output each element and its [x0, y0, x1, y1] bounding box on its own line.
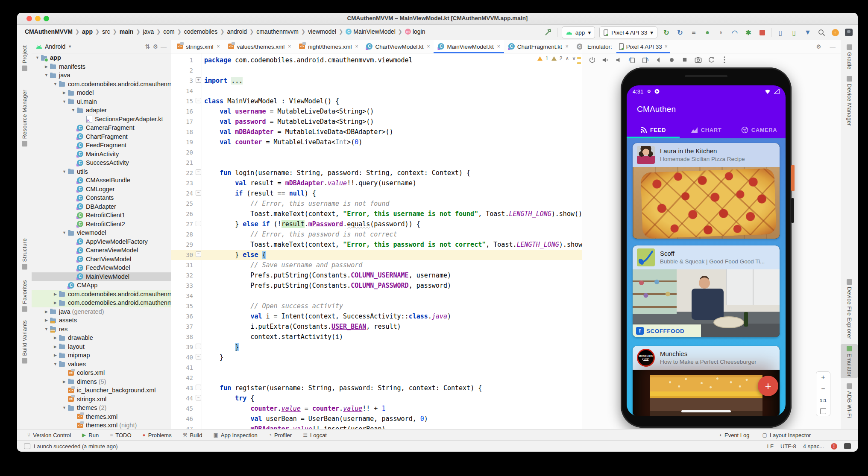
sidebar-item-device-manager[interactable]: Device Manager — [841, 74, 858, 128]
sidebar-item-emulator[interactable]: Emulator — [841, 344, 858, 378]
sidebar-item-adb-wifi[interactable]: ADB Wi-Fi — [841, 382, 858, 420]
close-icon[interactable]: × — [566, 44, 569, 50]
toolwindow-button-profiler[interactable]: ◔Profiler — [269, 432, 292, 438]
code-line-19[interactable]: 19 val counter = MutableLiveData<Int>(0) — [171, 137, 582, 147]
breadcrumb-item-src[interactable]: src — [102, 28, 110, 35]
code-line-39[interactable]: 39− } — [171, 342, 582, 352]
tree-row-cmlogger[interactable]: CCMLogger — [32, 185, 171, 194]
power-button[interactable] — [791, 165, 795, 191]
project-view-selector[interactable]: Android — [45, 43, 65, 50]
code-line-45[interactable]: 45 counter.value = counter.value!! + 1 — [171, 403, 582, 414]
tree-chevron-icon[interactable]: ▼ — [70, 108, 76, 112]
code-line-37[interactable]: 37 i.putExtra(Constants.USER_BEAN, resul… — [171, 321, 582, 332]
status-message[interactable]: Launch succeeded (a minute ago) — [34, 443, 118, 450]
tree-row-com-codemobiles-android-cmauthenmv[interactable]: ▶com.codemobiles.android.cmauthenmv — [32, 290, 171, 299]
zoom-in-button[interactable]: + — [821, 374, 825, 381]
close-icon[interactable]: × — [665, 44, 668, 50]
tree-row-java[interactable]: ▶java (generated) — [32, 307, 171, 316]
fold-marker-icon[interactable]: − — [196, 221, 201, 226]
tree-chevron-icon[interactable]: ▶ — [52, 292, 59, 296]
tree-chevron-icon[interactable]: ▼ — [52, 362, 59, 366]
tree-row-chartviewmodel[interactable]: CChartViewModel — [32, 255, 171, 264]
toolwindow-button-run[interactable]: ▶Run — [82, 432, 99, 438]
sdk-sync-icon[interactable]: ▼ — [803, 28, 812, 37]
indent-indicator[interactable]: 4 spac... — [803, 443, 824, 450]
close-icon[interactable]: × — [427, 44, 430, 50]
code-line-36[interactable]: 36 val i = Intent(context, SuccessActivi… — [171, 311, 582, 321]
close-icon[interactable]: × — [288, 44, 291, 50]
code-line-31[interactable]: 31 // Save username and password — [171, 260, 582, 270]
breadcrumb-item-codemobiles[interactable]: codemobiles — [184, 28, 218, 35]
gesture-nav-pill[interactable] — [681, 410, 731, 412]
tree-chevron-icon[interactable]: ▶ — [61, 91, 67, 95]
feed-card[interactable]: MUNCHIESVICEMunchiesHow to Make a Perfec… — [633, 346, 780, 416]
tree-row-themes-xml[interactable]: <>themes.xml (night) — [32, 421, 171, 429]
tree-row-viewmodel[interactable]: ▼viewmodel — [32, 228, 171, 237]
fold-marker-icon[interactable]: − — [196, 190, 201, 196]
tree-row-com-codemobiles-android-cmauthenmvv[interactable]: ▼com.codemobiles.android.cmauthenmvv — [32, 80, 171, 89]
settings-gear-icon[interactable]: ⚙ — [152, 43, 158, 50]
volume-up-icon[interactable] — [601, 55, 610, 64]
home-icon[interactable] — [667, 55, 676, 64]
layout-inspector-icon[interactable]: ▯ — [789, 28, 799, 37]
tree-row-dimens[interactable]: ▶dimens (5) — [32, 377, 171, 386]
tab-values-themes-xml[interactable]: <>values/themes.xml× — [224, 40, 295, 53]
tree-chevron-icon[interactable]: ▶ — [43, 318, 50, 322]
tab-chartviewmodel-kt[interactable]: CChartViewModel.kt× — [362, 40, 434, 53]
fold-marker-icon[interactable]: + — [196, 77, 201, 83]
tree-row-ic-launcher-background-xml[interactable]: <>ic_launcher_background.xml — [32, 386, 171, 395]
breadcrumb-item-cmauthenmvvm[interactable]: CMAuthenMVVM — [25, 28, 73, 35]
code-line-41[interactable]: 41 — [171, 362, 582, 373]
more-icon[interactable] — [720, 55, 729, 64]
search-everywhere-icon[interactable] — [817, 28, 826, 37]
tool-window-icon[interactable] — [24, 444, 30, 449]
code-line-25[interactable]: 25 // Error, this username is not found — [171, 199, 582, 209]
screenshot-icon[interactable] — [693, 55, 703, 64]
emulator-device-tab[interactable]: Pixel 4 API 33 × — [616, 40, 670, 53]
overview-icon[interactable] — [680, 55, 689, 64]
tree-row-model[interactable]: ▶model — [32, 88, 171, 97]
toolwindow-button-layout-inspector[interactable]: ▢Layout Inspector — [762, 432, 811, 438]
tree-chevron-icon[interactable]: ▼ — [34, 55, 41, 60]
code-line-33[interactable]: 33 Prefs.putString(Constants.COLUMN_PASS… — [171, 280, 582, 291]
tree-row-chartfragment[interactable]: CChartFragment — [32, 132, 171, 141]
code-line-30[interactable]: 30− } else { — [171, 250, 582, 260]
toolwindow-button-version-control[interactable]: ⑂Version Control — [27, 432, 71, 438]
upgrade-assistant-icon[interactable]: ↑ — [830, 28, 840, 37]
tree-row-strings-xml[interactable]: <>strings.xml — [32, 395, 171, 404]
volume-button[interactable] — [791, 198, 794, 223]
device-selector[interactable]: Pixel 4 API 33▾ — [599, 26, 657, 38]
tree-row-feedfragment[interactable]: CFeedFragment — [32, 141, 171, 150]
tree-row-adapter[interactable]: ▼adapter — [32, 106, 171, 115]
tree-row-retrofitclient2[interactable]: CRetrofitClient2 — [32, 220, 171, 229]
sidebar-item-favorites[interactable]: Favorites — [17, 278, 32, 313]
tree-row-assets[interactable]: ▶assets — [32, 316, 171, 325]
code-line-3[interactable]: 3+import ... — [171, 76, 582, 86]
toolwindow-button-problems[interactable]: ●Problems — [143, 432, 172, 438]
code-editor[interactable]: 1package com.codemobiles.android.cmauthe… — [171, 53, 582, 429]
tab-build-gradle-app[interactable]: Gbuild.gradle (:app× — [572, 40, 582, 53]
line-ending-indicator[interactable]: LF — [767, 443, 774, 450]
snapshots-icon[interactable] — [707, 55, 716, 64]
toolwindow-button-logcat[interactable]: ☰Logcat — [303, 432, 327, 438]
notifications-icon[interactable] — [844, 443, 851, 449]
code-line-38[interactable]: 38 context.startActivity(i) — [171, 332, 582, 342]
rotate-right-icon[interactable] — [640, 55, 650, 64]
tree-chevron-icon[interactable]: ▶ — [52, 345, 59, 349]
breadcrumb-item-com[interactable]: com — [163, 28, 174, 35]
tree-row-retrofitclient1[interactable]: CRetrofitClient1 — [32, 211, 171, 220]
fold-marker-icon[interactable]: − — [196, 251, 201, 257]
tree-chevron-icon[interactable]: ▶ — [52, 336, 59, 340]
warning-stripe-mark[interactable] — [577, 62, 581, 64]
code-line-15[interactable]: 15−class MainViewModel : ViewModel() { — [171, 96, 582, 106]
code-line-44[interactable]: 44− try { — [171, 393, 582, 403]
device-manager-icon[interactable]: ▯ — [776, 28, 785, 37]
tab-night-themes-xml[interactable]: <>night/themes.xml× — [295, 40, 362, 53]
tree-chevron-icon[interactable]: ▼ — [43, 73, 50, 77]
breadcrumb-item-android[interactable]: android — [227, 28, 247, 35]
breadcrumb-item-main[interactable]: main — [120, 28, 134, 35]
toolwindow-button-app-inspection[interactable]: ▣App Inspection — [213, 432, 257, 438]
code-line-1[interactable]: 1package com.codemobiles.android.cmauthe… — [171, 55, 582, 65]
sidebar-item-structure[interactable]: Structure — [17, 237, 32, 271]
apply-changes-icon[interactable]: ↻ — [662, 28, 671, 37]
